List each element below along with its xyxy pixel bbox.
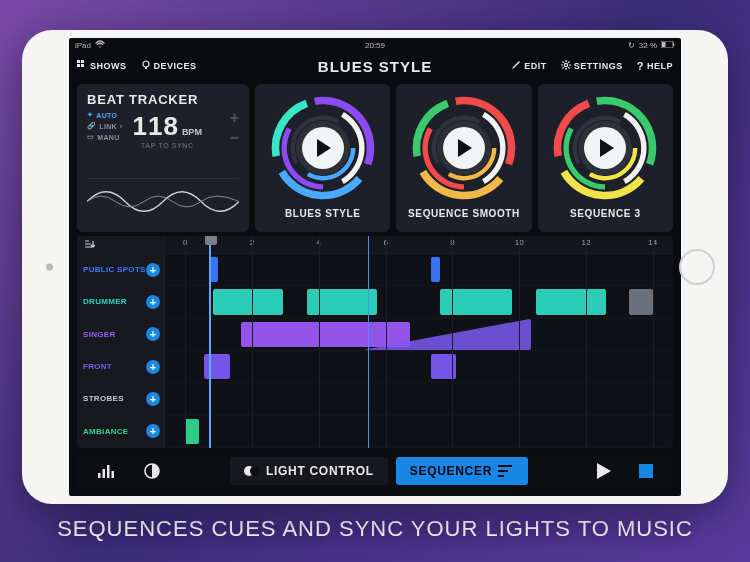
track-add-button[interactable]: + — [146, 360, 160, 374]
beat-mode-link[interactable]: 🔗 LINK › — [87, 122, 122, 130]
beat-mode-auto[interactable]: ✦ AUTO — [87, 111, 122, 119]
levels-button[interactable] — [87, 458, 125, 484]
track-name: SINGER — [83, 330, 115, 339]
track-name: DRUMMER — [83, 297, 127, 306]
status-bar: iPad 20:59 ↻ 32 % — [69, 38, 681, 52]
auto-icon: ✦ — [87, 111, 93, 119]
tab-light-control[interactable]: LIGHT CONTROL — [230, 457, 388, 485]
sequence-label: SEQUENCE 3 — [570, 208, 640, 219]
svg-rect-1 — [673, 43, 674, 46]
sequencer-timeline[interactable]: PUBLIC SPOTS+DRUMMER+SINGER+FRONT+STROBE… — [77, 236, 673, 448]
promo-caption: SEQUENCES CUES AND SYNC YOUR LIGHTS TO M… — [0, 516, 750, 558]
chevron-right-icon: › — [120, 123, 123, 130]
track-add-button[interactable]: + — [146, 424, 160, 438]
tab-sequencer[interactable]: SEQUENCER — [396, 457, 528, 485]
track-name: AMBIANCE — [83, 427, 129, 436]
help-button[interactable]: ? HELP — [637, 60, 673, 72]
track-row[interactable] — [165, 351, 673, 383]
clip[interactable] — [185, 419, 199, 444]
sequence-label: BLUES STYLE — [285, 208, 361, 219]
sequence-label: SEQUENCE SMOOTH — [408, 208, 520, 219]
wifi-icon — [95, 39, 105, 51]
clip[interactable] — [629, 289, 652, 314]
gridline — [519, 236, 520, 448]
clip[interactable] — [536, 289, 606, 314]
sequence-card-2[interactable]: SEQUENCE 3 — [538, 84, 673, 232]
track-header-5[interactable]: AMBIANCE+ — [77, 416, 164, 448]
track-header-3[interactable]: FRONT+ — [77, 351, 164, 383]
svg-rect-27 — [498, 475, 504, 477]
track-header-0[interactable]: PUBLIC SPOTS+ — [77, 254, 164, 286]
svg-rect-19 — [103, 469, 106, 478]
home-button[interactable] — [679, 249, 715, 285]
edit-button[interactable]: EDIT — [511, 60, 547, 72]
track-header-4[interactable]: STROBES+ — [77, 383, 164, 415]
waveform-display — [87, 178, 239, 224]
track-add-button[interactable]: + — [146, 295, 160, 309]
grid-icon — [77, 60, 87, 72]
svg-line-17 — [568, 62, 569, 63]
track-header-2[interactable]: SINGER+ — [77, 319, 164, 351]
shows-button[interactable]: SHOWS — [77, 60, 127, 72]
timeline-cursor[interactable] — [368, 236, 369, 448]
bpm-plus-button[interactable]: + — [230, 111, 239, 125]
sequence-ring — [551, 94, 659, 202]
track-name: PUBLIC SPOTS — [83, 265, 146, 274]
track-row[interactable] — [165, 319, 673, 351]
svg-line-16 — [562, 67, 563, 68]
sequence-play-button[interactable] — [443, 127, 485, 169]
svg-point-7 — [143, 61, 149, 67]
status-battery: 32 % — [639, 41, 657, 50]
svg-point-24 — [250, 466, 260, 476]
bpm-minus-button[interactable]: − — [230, 131, 239, 145]
sort-button[interactable] — [77, 236, 164, 254]
clip[interactable] — [431, 257, 440, 282]
status-device: iPad — [75, 41, 91, 50]
svg-rect-26 — [498, 470, 508, 472]
clip[interactable] — [440, 289, 512, 314]
track-add-button[interactable]: + — [146, 263, 160, 277]
settings-button[interactable]: SETTINGS — [561, 60, 623, 72]
bulb-icon — [141, 60, 151, 72]
sequence-play-button[interactable] — [302, 127, 344, 169]
beat-mode-manu[interactable]: ▭ MANU — [87, 133, 122, 141]
track-name: STROBES — [83, 394, 124, 403]
stop-button[interactable] — [629, 458, 663, 484]
help-label: HELP — [647, 61, 673, 71]
svg-rect-28 — [639, 464, 653, 478]
play-button[interactable] — [587, 458, 621, 484]
sequence-card-0[interactable]: BLUES STYLE — [255, 84, 390, 232]
camera-dot — [46, 264, 53, 271]
track-header-1[interactable]: DRUMMER+ — [77, 286, 164, 318]
devices-button[interactable]: DEVICES — [141, 60, 197, 72]
track-add-button[interactable]: + — [146, 327, 160, 341]
track-row[interactable] — [165, 286, 673, 318]
help-icon: ? — [637, 60, 644, 72]
gridline — [319, 236, 320, 448]
gridline — [386, 236, 387, 448]
sequence-play-button[interactable] — [584, 127, 626, 169]
track-row[interactable] — [165, 383, 673, 415]
beat-tracker-panel: BEAT TRACKER ✦ AUTO 🔗 LINK › — [77, 84, 249, 232]
gridline — [185, 236, 186, 448]
svg-rect-8 — [145, 67, 147, 69]
clip[interactable] — [307, 289, 377, 314]
track-row[interactable] — [165, 254, 673, 286]
sequence-card-1[interactable]: SEQUENCE SMOOTH — [396, 84, 531, 232]
page-title: BLUES STYLE — [318, 58, 432, 75]
clip[interactable] — [213, 289, 283, 314]
gridline — [252, 236, 253, 448]
status-time: 20:59 — [365, 41, 385, 50]
playhead[interactable] — [209, 236, 211, 448]
tap-to-sync[interactable]: TAP TO SYNC — [141, 142, 194, 149]
svg-rect-25 — [498, 465, 512, 467]
svg-point-9 — [564, 63, 567, 66]
track-add-button[interactable]: + — [146, 392, 160, 406]
clip[interactable] — [241, 322, 409, 347]
link-icon: 🔗 — [87, 122, 96, 130]
contrast-button[interactable] — [133, 458, 171, 484]
svg-rect-6 — [81, 64, 84, 67]
bpm-unit: BPM — [182, 127, 202, 137]
track-row[interactable] — [165, 416, 673, 448]
pencil-icon — [511, 60, 521, 72]
